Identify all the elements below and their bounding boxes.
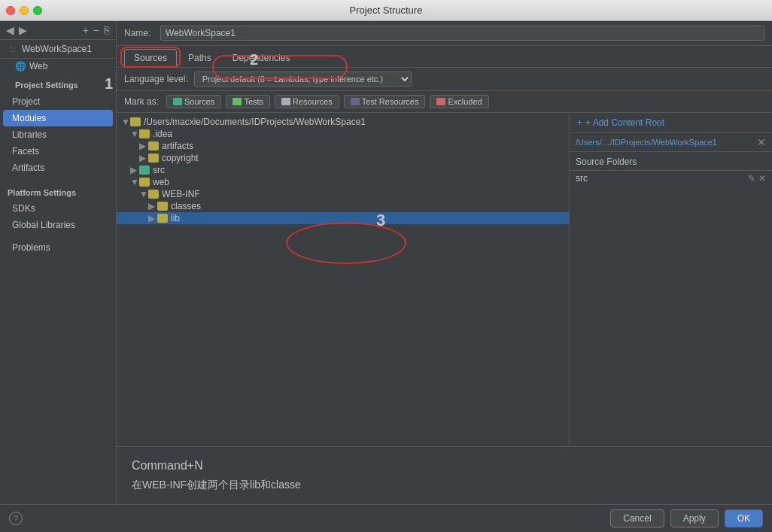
sidebar-web-item[interactable]: 🌐 Web (0, 59, 116, 74)
traffic-lights (6, 6, 42, 15)
window-title: Project Structure (350, 5, 423, 16)
sidebar-item-modules[interactable]: Modules (3, 110, 113, 126)
name-label: Name: (124, 28, 154, 38)
tree-arrow-idea: ▼ (130, 129, 139, 139)
mark-excluded-btn[interactable]: Excluded (430, 95, 488, 108)
name-bar: Name: (117, 21, 772, 46)
help-button[interactable]: ? (9, 512, 23, 525)
right-panel: Name: Sources Paths Dependencies 2 Langu… (117, 21, 772, 504)
tree-idea-label: .idea (153, 129, 172, 139)
web-folder-icon (139, 178, 150, 187)
title-bar: Project Structure (0, 0, 772, 21)
tree-lib-label: lib (171, 213, 180, 223)
ok-button[interactable]: OK (725, 509, 763, 527)
tab-paths[interactable]: Paths (178, 49, 221, 67)
tree-classes-label: classes (171, 201, 201, 211)
classes-folder-icon (157, 202, 168, 211)
source-folder-item: src ✎ ✕ (570, 171, 772, 186)
tab-paths-label: Paths (188, 53, 211, 63)
web-label: Web (29, 61, 47, 71)
tests-folder-icon (233, 98, 242, 105)
add-icon: + (577, 117, 582, 128)
content-split: ▼ /Users/macxie/Documents/IDProjects/Web… (117, 113, 772, 446)
mark-tests-btn[interactable]: Tests (226, 95, 270, 108)
tree-web-inf-label: WEB-INF (162, 189, 200, 199)
artifacts-folder-icon (148, 141, 159, 150)
tree-arrow-src: ▶ (130, 165, 139, 175)
tree-web-label: web (153, 177, 169, 187)
name-input[interactable] (160, 26, 764, 41)
tab-dependencies[interactable]: Dependencies (223, 49, 300, 67)
tree-node-src[interactable]: ▶ src (117, 164, 569, 176)
sidebar-item-facets[interactable]: Facets (0, 143, 116, 160)
src-folder-icon (139, 166, 150, 175)
tree-node-classes[interactable]: ▶ classes (117, 200, 569, 212)
add-content-root-btn[interactable]: + + Add Content Root (577, 117, 664, 128)
source-folders-label: Source Folders (570, 152, 772, 171)
footer-left: ? (9, 512, 23, 525)
tree-node-lib[interactable]: ▶ lib (117, 212, 569, 224)
tree-node-artifacts[interactable]: ▶ artifacts (117, 140, 569, 152)
tree-arrow-web: ▼ (130, 177, 139, 187)
main-content: ◀ ▶ + − ⎘ ◾ WebWorkSpace1 🌐 Web Project … (0, 21, 772, 504)
remove-icon[interactable]: − (93, 24, 99, 36)
sidebar-item-project[interactable]: Project (0, 93, 116, 110)
libraries-label: Libraries (12, 129, 47, 140)
sidebar-item-problems[interactable]: Problems (0, 239, 116, 256)
annotation-text: 在WEB-INF创建两个目录lib和classe (132, 479, 757, 492)
tree-node-web-inf[interactable]: ▼ WEB-INF (117, 188, 569, 200)
forward-icon[interactable]: ▶ (19, 24, 27, 36)
language-level-select[interactable]: Project default (8 – Lambdas, type infer… (194, 71, 412, 87)
mark-test-resources-btn[interactable]: Test Resources (344, 95, 426, 108)
source-folder-edit-btn[interactable]: ✎ (748, 173, 755, 184)
footer: ? Cancel Apply OK (0, 504, 772, 532)
annotation-command: Command+N (132, 459, 757, 473)
workspace-name: WebWorkSpace1 (22, 44, 92, 54)
minimize-button[interactable] (20, 6, 29, 15)
cancel-button[interactable]: Cancel (610, 509, 664, 527)
idea-folder-icon (139, 129, 150, 138)
add-icon[interactable]: + (83, 24, 89, 36)
project-label: Project (12, 96, 40, 107)
sidebar-item-libraries[interactable]: Libraries (0, 126, 116, 143)
tab-sources-label: Sources (134, 53, 167, 63)
mark-sources-btn[interactable]: Sources (166, 95, 221, 108)
file-tree[interactable]: ▼ /Users/macxie/Documents/IDProjects/Web… (117, 113, 569, 446)
tree-src-label: src (153, 165, 165, 175)
sidebar-item-global-libraries[interactable]: Global Libraries (0, 217, 116, 233)
mark-resources-btn[interactable]: Resources (275, 95, 339, 108)
tree-arrow-artifacts: ▶ (139, 141, 148, 151)
tab-sources[interactable]: Sources (124, 49, 177, 67)
badge-1: 1 (105, 75, 113, 93)
tree-node-web[interactable]: ▼ web (117, 176, 569, 188)
tree-node-idea[interactable]: ▼ .idea (117, 128, 569, 140)
copyright-folder-icon (148, 154, 159, 163)
sidebar-item-sdks[interactable]: SDKs (0, 200, 116, 217)
tree-arrow-lib: ▶ (148, 213, 157, 223)
tree-arrow-classes: ▶ (148, 201, 157, 211)
tab-dependencies-label: Dependencies (233, 53, 290, 63)
content-pane: + + Add Content Root /Users/…/IDProjects… (569, 113, 772, 446)
sidebar-item-artifacts[interactable]: Artifacts (0, 160, 116, 176)
tree-node-copyright[interactable]: ▶ copyright (117, 152, 569, 164)
close-button[interactable] (6, 6, 15, 15)
content-path-close-btn[interactable]: ✕ (757, 136, 766, 148)
source-folder-src: src (576, 173, 588, 184)
mark-resources-label: Resources (293, 97, 333, 106)
web-icon: 🌐 (15, 61, 26, 71)
copy-icon[interactable]: ⎘ (104, 24, 110, 36)
mark-sources-label: Sources (184, 97, 214, 106)
tree-node-root[interactable]: ▼ /Users/macxie/Documents/IDProjects/Web… (117, 116, 569, 128)
content-pane-path-row: /Users/…/IDProjects/WebWorkSpace1 ✕ (570, 133, 772, 152)
mark-tests-label: Tests (244, 97, 263, 106)
sidebar-workspace-item[interactable]: ◾ WebWorkSpace1 (0, 40, 116, 59)
sources-folder-icon (173, 98, 182, 105)
tab-bar: Sources Paths Dependencies 2 (117, 46, 772, 68)
maximize-button[interactable] (33, 6, 42, 15)
apply-button[interactable]: Apply (670, 509, 719, 527)
source-folder-remove-btn[interactable]: ✕ (758, 173, 766, 184)
platform-settings-label: Platform Settings (0, 182, 116, 200)
tree-arrow-root: ▼ (121, 117, 130, 127)
badge-2: 2 (250, 51, 258, 68)
back-icon[interactable]: ◀ (6, 24, 14, 36)
